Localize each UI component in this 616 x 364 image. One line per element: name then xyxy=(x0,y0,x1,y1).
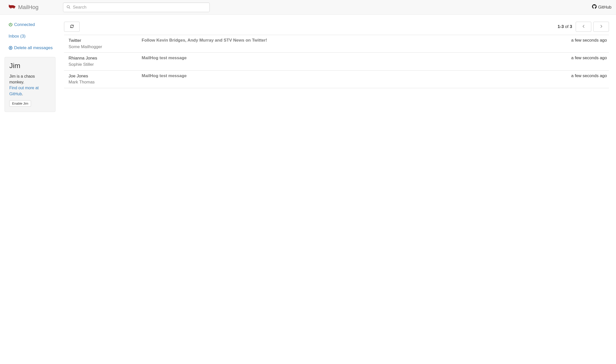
message-sender-col: TwitterSome Mailhogger xyxy=(69,38,137,50)
toolbar: 1-3 of 3 xyxy=(64,22,609,32)
page-range: 1-3 xyxy=(558,24,564,29)
jim-link[interactable]: Find out more at GitHub xyxy=(9,86,39,96)
chevron-right-icon xyxy=(599,24,603,29)
main: 1-3 of 3 TwitterSome MailhoggerFollow Ke… xyxy=(59,15,616,88)
delete-icon xyxy=(9,46,13,50)
brand[interactable]: MailHog xyxy=(9,4,63,11)
github-link[interactable]: GitHub xyxy=(592,4,611,10)
message-to: Some Mailhogger xyxy=(69,44,137,50)
jim-period: . xyxy=(22,92,23,96)
search-wrap xyxy=(63,3,210,12)
message-row[interactable]: TwitterSome MailhoggerFollow Kevin Bridg… xyxy=(64,35,609,53)
power-icon xyxy=(9,23,13,27)
page-indicator: 1-3 of 3 xyxy=(558,24,572,29)
brand-text: MailHog xyxy=(18,4,39,11)
refresh-button[interactable] xyxy=(64,22,80,32)
connected-label: Connected xyxy=(14,22,35,27)
refresh-icon xyxy=(70,24,74,29)
message-from: Rhianna Jones xyxy=(69,55,137,62)
search-input[interactable] xyxy=(63,3,210,12)
delete-all-label: Delete all messages xyxy=(14,45,53,50)
message-from: Twitter xyxy=(69,38,137,44)
page-of: of xyxy=(564,24,570,29)
jim-title: Jim xyxy=(9,62,51,70)
sidebar-item-connected[interactable]: Connected xyxy=(9,22,55,27)
jim-panel: Jim Jim is a chaos monkey. Find out more… xyxy=(5,57,55,112)
message-to: Sophie Stiller xyxy=(69,62,137,68)
message-time: a few seconds ago xyxy=(571,38,607,50)
message-row[interactable]: Rhianna JonesSophie StillerMailHog test … xyxy=(64,53,609,70)
sidebar: Connected Inbox (3) Delete all messages … xyxy=(0,15,59,112)
prev-page-button[interactable] xyxy=(576,22,591,32)
message-time: a few seconds ago xyxy=(571,73,607,85)
chevron-left-icon xyxy=(582,24,586,29)
message-from: Joe Jones xyxy=(69,73,137,79)
inbox-label: Inbox (3) xyxy=(9,34,25,39)
message-row[interactable]: Joe JonesMark ThomasMailHog test message… xyxy=(64,71,609,88)
message-sender-col: Joe JonesMark Thomas xyxy=(69,73,137,85)
message-to: Mark Thomas xyxy=(69,79,137,85)
pager xyxy=(576,22,609,32)
message-subject: MailHog test message xyxy=(142,55,567,68)
page-total: 3 xyxy=(570,24,572,29)
message-subject: MailHog test message xyxy=(142,73,567,85)
message-subject: Follow Kevin Bridges, Andy Murray and ST… xyxy=(142,38,567,50)
next-page-button[interactable] xyxy=(593,22,609,32)
github-icon xyxy=(592,4,597,10)
message-sender-col: Rhianna JonesSophie Stiller xyxy=(69,55,137,68)
github-label: GitHub xyxy=(598,5,611,10)
navbar: MailHog GitHub xyxy=(0,0,616,15)
message-list: TwitterSome MailhoggerFollow Kevin Bridg… xyxy=(64,35,609,88)
jim-desc: Jim is a chaos monkey. xyxy=(9,74,35,84)
sidebar-item-inbox[interactable]: Inbox (3) xyxy=(9,34,55,39)
hog-icon xyxy=(9,4,16,11)
sidebar-item-delete-all[interactable]: Delete all messages xyxy=(9,45,55,50)
message-time: a few seconds ago xyxy=(571,55,607,68)
enable-jim-button[interactable]: Enable Jim xyxy=(9,100,31,107)
